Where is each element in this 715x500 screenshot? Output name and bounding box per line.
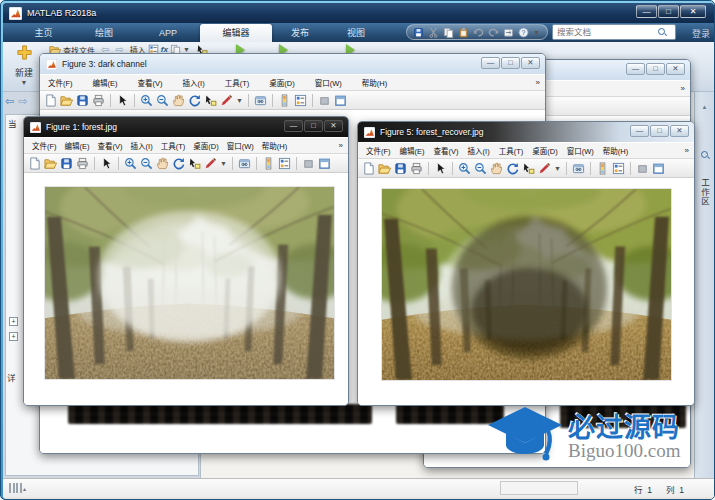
ribbon-tab[interactable]: 编辑器 xyxy=(200,24,272,42)
tree-expand-icon[interactable]: + xyxy=(9,332,18,341)
menu-item[interactable]: 文件(F) xyxy=(366,145,391,156)
data-cursor-icon[interactable] xyxy=(204,94,217,107)
statusbar-grip[interactable]: ▴ xyxy=(9,483,26,493)
tree-expand-icon[interactable]: + xyxy=(9,317,18,326)
figure-minimize-button[interactable]: — xyxy=(284,120,303,132)
figure5-window[interactable]: Figure 5: forest_recover.jpg — □ ✕ 文件(F)… xyxy=(357,121,695,406)
data-cursor-icon[interactable] xyxy=(522,162,535,175)
zoom-in-icon[interactable] xyxy=(124,157,137,170)
menu-item[interactable]: 桌面(D) xyxy=(269,77,294,88)
save-figure-icon[interactable] xyxy=(76,94,89,107)
new-figure-icon[interactable] xyxy=(44,94,57,107)
menu-item[interactable]: 查看(V) xyxy=(434,145,459,156)
search-input[interactable] xyxy=(553,27,657,37)
cut-icon[interactable] xyxy=(428,27,439,38)
zoom-in-icon[interactable] xyxy=(458,162,471,175)
dock-icon[interactable] xyxy=(318,94,331,107)
ribbon-tab[interactable]: 主页 xyxy=(15,24,72,42)
ribbon-tab[interactable]: APP xyxy=(136,24,200,42)
figure-maximize-button[interactable]: □ xyxy=(646,63,665,75)
menu-item[interactable]: 插入(I) xyxy=(183,77,205,88)
figure-minimize-button[interactable]: — xyxy=(626,63,645,75)
save-icon[interactable] xyxy=(413,27,424,38)
dock-icon[interactable] xyxy=(302,157,315,170)
open-file-icon[interactable] xyxy=(44,157,57,170)
redo-icon[interactable] xyxy=(488,27,499,38)
menu-item[interactable]: 插入(I) xyxy=(468,145,490,156)
new-script-button[interactable]: 新建 ▼ xyxy=(7,44,41,90)
figure-close-button[interactable]: ✕ xyxy=(521,57,540,69)
menu-item[interactable]: 插入(I) xyxy=(131,140,153,151)
zoom-out-icon[interactable] xyxy=(474,162,487,175)
undo-icon[interactable] xyxy=(473,27,484,38)
open-file-icon[interactable] xyxy=(378,162,391,175)
menu-item[interactable]: 工具(T) xyxy=(225,77,250,88)
legend-icon[interactable] xyxy=(612,162,625,175)
menu-item[interactable]: 帮助(H) xyxy=(362,77,387,88)
collapse-panel-icon[interactable]: ▲ xyxy=(702,104,708,110)
search-icon[interactable] xyxy=(657,27,667,37)
pan-icon[interactable] xyxy=(172,94,185,107)
colorbar-icon[interactable] xyxy=(262,157,275,170)
link-plot-icon[interactable] xyxy=(238,157,251,170)
back-arrow-icon[interactable]: ⇦ xyxy=(5,95,14,108)
ribbon-tab[interactable]: 视图 xyxy=(328,24,384,42)
zoom-out-icon[interactable] xyxy=(156,94,169,107)
brush-icon[interactable] xyxy=(204,157,217,170)
minimize-button[interactable]: — xyxy=(636,5,657,18)
menu-item[interactable]: 桌面(D) xyxy=(532,145,557,156)
rotate3d-icon[interactable] xyxy=(172,157,185,170)
undock-icon[interactable] xyxy=(318,157,331,170)
pan-icon[interactable] xyxy=(490,162,503,175)
menu-item[interactable]: 查看(V) xyxy=(138,77,163,88)
figure-close-button[interactable]: ✕ xyxy=(666,63,685,75)
figure1-window[interactable]: Figure 1: forest.jpg — □ ✕ 文件(F)编辑(E)查看(… xyxy=(23,116,349,406)
menu-item[interactable]: 文件(F) xyxy=(32,140,57,151)
zoom-out-icon[interactable] xyxy=(140,157,153,170)
save-figure-icon[interactable] xyxy=(60,157,73,170)
print-figure-icon[interactable] xyxy=(92,94,105,107)
menu-item[interactable]: 桌面(D) xyxy=(193,140,218,151)
new-figure-icon[interactable] xyxy=(28,157,41,170)
new-figure-icon[interactable] xyxy=(362,162,375,175)
ribbon-tab[interactable]: 发布 xyxy=(273,24,327,42)
copy-icon[interactable] xyxy=(443,27,454,38)
menu-item[interactable]: 帮助(H) xyxy=(262,140,287,151)
pointer-icon[interactable] xyxy=(100,157,113,170)
link-plot-icon[interactable] xyxy=(572,162,585,175)
switch-windows-icon[interactable] xyxy=(503,27,514,38)
figure-minimize-button[interactable]: — xyxy=(630,125,649,137)
figure-maximize-button[interactable]: □ xyxy=(650,125,669,137)
brush-icon[interactable] xyxy=(220,94,233,107)
menu-item[interactable]: 编辑(E) xyxy=(65,140,90,151)
quick-access-caret[interactable]: ▼ xyxy=(533,29,540,36)
menu-item[interactable]: 窗口(W) xyxy=(567,145,594,156)
menu-item[interactable]: 工具(T) xyxy=(161,140,186,151)
workspace-search-icon[interactable] xyxy=(700,150,710,160)
pan-icon[interactable] xyxy=(156,157,169,170)
close-button[interactable]: ✕ xyxy=(680,5,706,18)
menu-item[interactable]: 帮助(H) xyxy=(603,145,628,156)
pointer-icon[interactable] xyxy=(116,94,129,107)
figure-titlebar[interactable]: Figure 5: forest_recover.jpg — □ ✕ xyxy=(358,122,694,142)
legend-icon[interactable] xyxy=(278,157,291,170)
sign-in-link[interactable]: 登录 xyxy=(692,27,710,40)
menu-item[interactable]: 工具(T) xyxy=(499,145,524,156)
figure-close-button[interactable]: ✕ xyxy=(324,120,343,132)
figure-titlebar[interactable]: Figure 1: forest.jpg — □ ✕ xyxy=(24,117,348,137)
rotate3d-icon[interactable] xyxy=(506,162,519,175)
dock-icon[interactable] xyxy=(636,162,649,175)
figure-close-button[interactable]: ✕ xyxy=(670,125,689,137)
print-figure-icon[interactable] xyxy=(76,157,89,170)
menu-item[interactable]: 窗口(W) xyxy=(315,77,342,88)
menu-item[interactable]: 文件(F) xyxy=(48,77,73,88)
menu-item[interactable]: 查看(V) xyxy=(98,140,123,151)
forward-arrow-icon[interactable]: ⇨ xyxy=(18,95,27,108)
save-figure-icon[interactable] xyxy=(394,162,407,175)
pointer-icon[interactable] xyxy=(434,162,447,175)
figure-minimize-button[interactable]: — xyxy=(481,57,500,69)
paste-icon[interactable] xyxy=(458,27,469,38)
figure-maximize-button[interactable]: □ xyxy=(501,57,520,69)
figure-maximize-button[interactable]: □ xyxy=(304,120,323,132)
colorbar-icon[interactable] xyxy=(596,162,609,175)
